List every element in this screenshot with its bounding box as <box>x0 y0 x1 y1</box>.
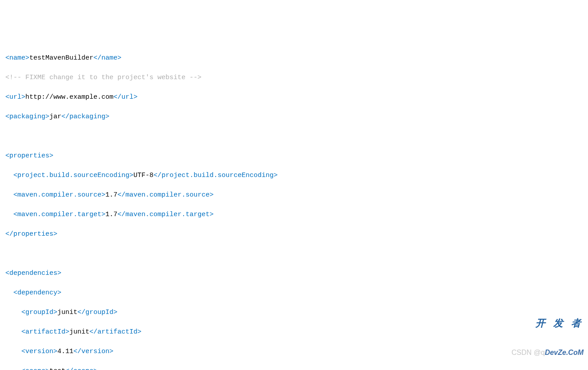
code-line: <dependency> <box>5 288 588 298</box>
code-line: <version>4.11</version> <box>5 347 588 357</box>
code-blank-line <box>5 132 588 141</box>
code-line: <dependencies> <box>5 269 588 278</box>
code-line: <maven.compiler.source>1.7</maven.compil… <box>5 190 588 200</box>
code-line: <scope>test</scope> <box>5 366 588 370</box>
code-line: <groupId>junit</groupId> <box>5 308 588 318</box>
code-line: <project.build.sourceEncoding>UTF-8</pro… <box>5 171 588 181</box>
code-line: <name>testMavenBuilder</name> <box>5 53 588 63</box>
code-blank-line <box>5 249 588 259</box>
code-line: <properties> <box>5 151 588 161</box>
code-line-comment: <!-- FIXME change it to the project's we… <box>5 73 588 83</box>
code-line: </properties> <box>5 229 588 239</box>
code-line: <artifactId>junit</artifactId> <box>5 327 588 337</box>
code-line: <maven.compiler.target>1.7</maven.compil… <box>5 210 588 220</box>
code-line: <packaging>jar</packaging> <box>5 112 588 122</box>
code-line: <url>http://www.example.com</url> <box>5 92 588 102</box>
code-editor-content: <name>testMavenBuilder</name> <!-- FIXME… <box>0 39 588 370</box>
